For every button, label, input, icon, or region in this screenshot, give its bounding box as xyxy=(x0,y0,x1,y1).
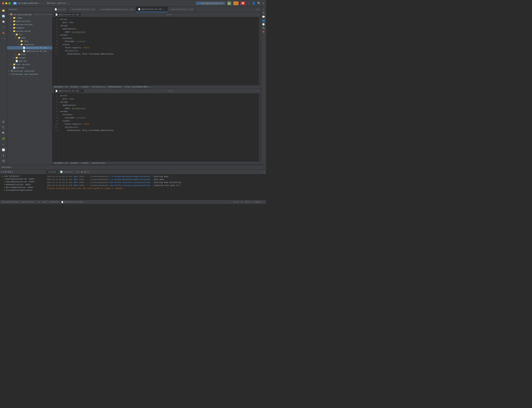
tree-external-libraries[interactable]: ▶ 🗄 External Libraries xyxy=(7,69,52,73)
pane1-code[interactable]: server: port: 8801 spring: application: … xyxy=(59,17,259,85)
console-reload-icon[interactable]: ↺ xyxy=(79,171,80,173)
more-tool-icon[interactable]: ··· xyxy=(1,36,6,41)
pane2-code[interactable]: server: port: 8802 spring: application: … xyxy=(59,94,259,162)
tree-application-01-yml[interactable]: ▶ 📄 application-01.yml xyxy=(7,46,52,50)
pane2-menu-icon[interactable]: ⋮ xyxy=(257,90,259,93)
svc-eureka-server-app[interactable]: ▶ EurekaServerApplication xyxy=(0,189,45,192)
tree-project-root[interactable]: ▼ 📦 springCloudStudy ~/Desktop/CS/JavaEE… xyxy=(7,13,52,16)
pane2-close-icon[interactable]: ✕ xyxy=(80,90,82,92)
svc-layout-icon[interactable]: ⊞ xyxy=(10,171,11,173)
tab-user-controller[interactable]: ☕ UserController.java xyxy=(168,7,196,12)
chat-icon[interactable]: 💬 xyxy=(262,15,265,18)
project-dropdown-icon[interactable]: ∨ xyxy=(39,2,40,4)
console-scroll-icon[interactable]: ↓ xyxy=(90,171,91,173)
list-tool-icon[interactable]: ☰ xyxy=(1,119,6,124)
tree-application-02-yml[interactable]: ▶ 📄 application-02.yml xyxy=(7,50,52,53)
tab-settings-icon[interactable]: ⚙ xyxy=(258,8,259,10)
version-control-btn[interactable]: Version control xyxy=(47,2,66,5)
console-close-icon[interactable]: ✕ xyxy=(264,171,265,173)
console-stop-icon[interactable]: ⏹ xyxy=(81,171,83,173)
find-tool-icon[interactable]: 🔍 xyxy=(1,131,6,136)
tab-ion-yml[interactable]: 📄 ion.yml xyxy=(53,7,68,12)
bottom1-icon[interactable]: ⬜ xyxy=(1,147,6,152)
vc-dropdown-icon[interactable]: ∨ xyxy=(67,2,69,4)
tree-scratches-consoles[interactable]: ▶ ≡ Scratches and Consoles xyxy=(7,73,52,76)
user-icon[interactable]: 👤 xyxy=(252,2,255,5)
bookmark-tool-icon[interactable]: 🔖 xyxy=(1,30,6,35)
stop-button[interactable]: ⏹ xyxy=(241,1,245,5)
tab-user-application[interactable]: ☕ UserApplication.java xyxy=(68,7,98,12)
bookmark2-icon[interactable]: 🔖 xyxy=(262,30,265,33)
svc-user-app-02[interactable]: ▶ UserApplication-02 :8102/ xyxy=(0,178,45,180)
svc-expand-icon[interactable]: ∨ xyxy=(3,171,4,173)
sidebar-dropdown-icon[interactable]: ∨ xyxy=(18,8,18,10)
svc-collapse-icon[interactable]: ∧ xyxy=(1,171,2,173)
svc-borrow-app[interactable]: ▶ BorrowApplication :8082/ xyxy=(0,186,45,189)
tree-pom-xml-root[interactable]: ▶ 📄 pom.xml xyxy=(7,66,52,69)
tree-test[interactable]: ▶ 📁 test xyxy=(7,53,52,56)
tree-target[interactable]: ▶ 📁 target xyxy=(7,56,52,60)
pane2-tab[interactable]: 📄 application-02.yml ✕ xyxy=(54,89,84,93)
settings-icon[interactable]: ⚙ xyxy=(263,2,264,5)
pane1-up-btn[interactable]: ∧ xyxy=(169,13,170,16)
run-button[interactable]: ▶ xyxy=(227,1,231,5)
run-config-dropdown[interactable]: ∨ xyxy=(222,2,223,4)
collab-icon[interactable]: 👥 xyxy=(262,19,265,22)
console-more-icon[interactable]: ⋮ xyxy=(92,171,94,173)
fullscreen-button[interactable] xyxy=(9,2,10,4)
svc-eye-icon[interactable]: 👁 xyxy=(5,171,7,173)
debug-button[interactable]: 🐛 xyxy=(233,1,239,5)
console-run-icon[interactable]: ▶ xyxy=(77,171,78,173)
bottom2-icon[interactable]: ℹ xyxy=(1,153,6,158)
pane1-menu-icon[interactable]: ⋮ xyxy=(257,13,259,16)
maven-icon[interactable]: 🔧 xyxy=(262,27,265,29)
pane2-up-btn[interactable]: ∧ xyxy=(170,90,171,92)
minimize-button[interactable] xyxy=(5,2,7,4)
tree-resources[interactable]: ▼ 📁 resources xyxy=(7,43,52,46)
spring-tool-icon[interactable]: 🌿 xyxy=(1,136,6,141)
history-icon[interactable]: 🕐 xyxy=(262,23,265,26)
tree-main[interactable]: ▼ 📁 main xyxy=(7,36,52,40)
vcs-tool-icon[interactable]: 🔄 xyxy=(1,14,6,18)
search-icon[interactable]: 🔍 xyxy=(257,2,260,5)
tab-eureka-server-app[interactable]: ☕ EurekaServerApplication.java xyxy=(98,7,136,12)
tree-borrow-service[interactable]: ▶ 📁 borrow-service xyxy=(7,23,52,26)
pane2-scrollbar[interactable] xyxy=(259,94,261,162)
console-pin-icon[interactable]: 📌 xyxy=(84,171,87,173)
tree-eureka-server[interactable]: ▼ 📁 eureka-server xyxy=(7,30,52,33)
console-tab-actuator[interactable]: 📊 Actuator xyxy=(58,170,75,173)
ai-tool-icon[interactable]: ✏️ xyxy=(1,142,6,147)
build-tool-icon[interactable]: 🔨 xyxy=(1,125,6,130)
pane1-scrollbar[interactable] xyxy=(259,17,261,85)
console-tab-console[interactable]: Console xyxy=(46,171,58,173)
bottom3-icon[interactable]: ⛓ xyxy=(1,159,6,163)
svc-run-dashboard[interactable]: ▼ ▶ Run Dashboard xyxy=(0,175,45,178)
more-options-icon[interactable]: ⋮ xyxy=(248,1,250,5)
tree-src[interactable]: ▼ 📁 src xyxy=(7,33,52,36)
tab-list-icon[interactable]: ⊞ xyxy=(256,8,257,10)
tab-close-icon[interactable]: ✕ xyxy=(163,8,165,10)
project-tool-icon[interactable]: 📁 xyxy=(1,8,6,13)
svc-filter-icon[interactable]: ⊟ xyxy=(8,171,9,173)
tree-idea[interactable]: ▶ 📁 .idea xyxy=(7,16,52,20)
status-expand-icon[interactable]: ⤢ xyxy=(263,201,264,203)
tab-application-01-yml[interactable]: 📄 application-01.yml ✕ xyxy=(136,7,168,12)
tree-commons[interactable]: ▶ 📁 commons xyxy=(7,26,52,30)
structure-tool-icon[interactable]: 🔲 xyxy=(1,19,6,24)
svc-book-app[interactable]: ▶ BookApplication :8081/ xyxy=(0,183,45,186)
tree-user-service[interactable]: ▶ 📁 user-service xyxy=(7,63,52,66)
console-up-icon[interactable]: ↑ xyxy=(259,171,261,173)
svc-add-icon[interactable]: + xyxy=(12,171,13,173)
structure2-tool-icon[interactable]: ⚡ xyxy=(1,25,6,30)
console-fold-icon[interactable]: ⊞ xyxy=(88,171,89,173)
pane2-down-btn[interactable]: ∨ xyxy=(172,90,173,92)
ai-assist-icon[interactable]: ✦ xyxy=(263,8,264,11)
db-icon[interactable]: 🗄 xyxy=(263,12,265,14)
run-config-btn[interactable]: 👤 UserApplication-01 ∨ xyxy=(196,1,225,5)
console-down-icon[interactable]: ↓ xyxy=(262,171,263,173)
tree-java[interactable]: ▶ 📁 java xyxy=(7,40,52,43)
svc-user-app-01[interactable]: ▶ UserApplication-01 :8101/ xyxy=(0,180,45,183)
tree-pom-xml-eureka[interactable]: ▶ 📄 pom.xml xyxy=(7,60,52,63)
pane1-tab[interactable]: 📄 application-01.yml xyxy=(54,13,81,16)
pane1-down-btn[interactable]: ∨ xyxy=(170,13,172,16)
